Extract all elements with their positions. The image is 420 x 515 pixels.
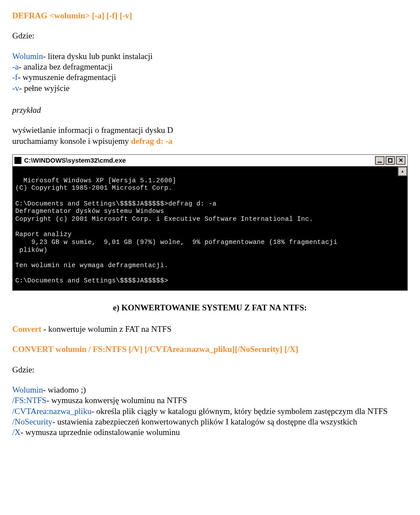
cmd-icon <box>14 157 21 164</box>
section-e-heading: e) KONWERTOWANIE SYSTEMU Z FAT NA NTFS: <box>12 303 408 313</box>
example-cmd: defrag d: -a <box>131 136 172 146</box>
console-line: plików) <box>15 247 48 254</box>
opt-wolumin-desc: - litera dysku lub punkt instalacji <box>43 52 153 61</box>
label-gdzie-2: Gdzie: <box>12 365 408 375</box>
cmd-window-title: C:\WINDOWS\system32\cmd.exe <box>24 157 126 164</box>
opt2-nosec-desc: - ustawienia zabezpieczeń konwertowanych… <box>52 417 357 426</box>
scrollbar-up-icon[interactable] <box>398 167 407 176</box>
opt-a-key: -a <box>12 62 19 71</box>
opt-f-desc: - wymuszenie defragmentacji <box>18 73 116 82</box>
opt2-fsntfs-key: /FS:NTFS <box>12 396 46 405</box>
example-pre: wyświetlanie informacji o fragmentacji d… <box>12 125 173 135</box>
console-line: (C) Copyright 1985-2001 Microsoft Corp. <box>15 184 172 191</box>
console-line: 9,23 GB w sumie, 9,01 GB (97%) wolne, 9%… <box>15 239 337 246</box>
console-line: Microsoft Windows XP [Wersja 5.1.2600] <box>23 177 176 184</box>
opt-f-key: -f <box>12 73 18 82</box>
opt2-fsntfs-desc: - wymusza konwersję woluminu na NTFS <box>46 396 187 405</box>
opt-wolumin-key: Wolumin <box>12 52 43 61</box>
console-line: C:\Documents and Settings\$$$$JA$$$$$> <box>15 277 168 284</box>
label-gdzie: Gdzie: <box>12 31 408 41</box>
maximize-button[interactable] <box>385 156 395 165</box>
example-line: uruchamiamy konsole i wpisujemy <box>12 136 131 146</box>
opt2-wolumin-desc: - wiadomo ;) <box>43 385 86 394</box>
convert-rest: - konwertuje wolumin z FAT na NTFS <box>41 324 171 334</box>
console-line: Defragmentator dysków systemu Windows <box>15 208 164 215</box>
minimize-button[interactable] <box>375 156 385 165</box>
console-line: Ten wolumin nie wymaga defragmentacji. <box>15 262 168 269</box>
opt2-nosec-key: /NoSecurity <box>12 417 52 426</box>
opt2-cvtarea-key: /CVTArea:nazwa_pliku <box>12 407 91 416</box>
convert-syntax: CONVERT wolumin / FS:NTFS [/V] [/CVTArea… <box>12 344 408 355</box>
window-buttons <box>375 156 406 165</box>
defrag-syntax: DEFRAG <wolumin> [-a] [-f] [-v] <box>12 10 408 21</box>
cmd-window-titlebar: C:\WINDOWS\system32\cmd.exe <box>12 154 408 167</box>
opt2-x-key: /X <box>12 428 21 437</box>
opt2-x-desc: - wymusza uprzednie odinstalowanie wolum… <box>21 428 180 437</box>
opt-v-desc: - pełne wyjście <box>19 84 70 93</box>
cmd-console: Microsoft Windows XP [Wersja 5.1.2600] (… <box>12 167 408 291</box>
console-line: Raport analizy <box>15 231 72 238</box>
opt-v-key: -v <box>12 84 19 93</box>
close-button[interactable] <box>396 156 406 165</box>
opt2-cvtarea-desc: - określa plik ciągły w katalogu głównym… <box>91 407 388 416</box>
opt-a-desc: - analiza bez defragmentacji <box>19 62 113 71</box>
console-line: Copyright (c) 2001 Microsoft Corp. i Exe… <box>15 216 313 223</box>
opt2-wolumin-key: Wolumin <box>12 385 43 394</box>
convert-keyword: Convert <box>12 324 41 334</box>
label-przyklad: przykład <box>12 105 408 115</box>
console-line: C:\Documents and Settings\$$$$JA$$$$$>de… <box>15 200 217 207</box>
